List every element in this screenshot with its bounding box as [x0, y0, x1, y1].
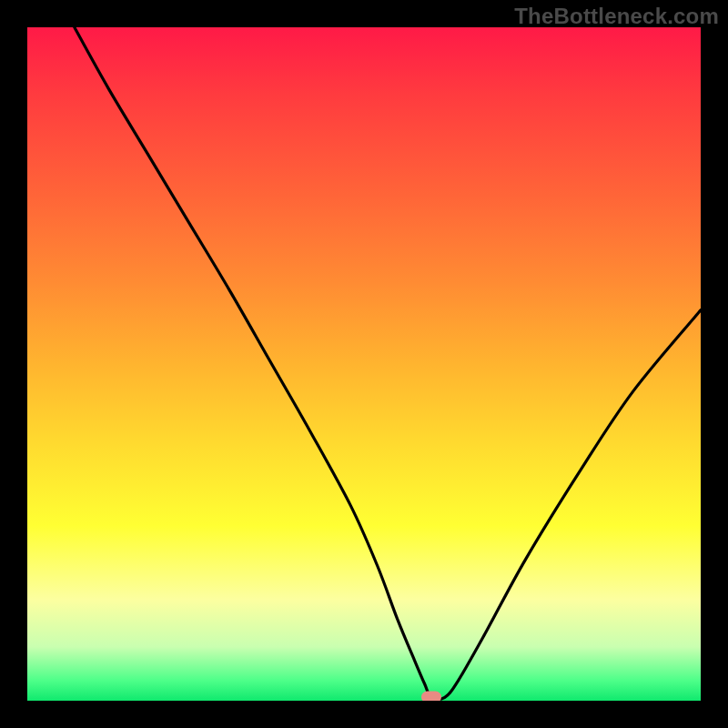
- plot-area: [27, 27, 701, 701]
- bottleneck-curve: [27, 27, 701, 701]
- chart-frame: TheBottleneck.com: [0, 0, 728, 728]
- optimal-marker: [421, 692, 441, 701]
- watermark-text: TheBottleneck.com: [514, 4, 719, 29]
